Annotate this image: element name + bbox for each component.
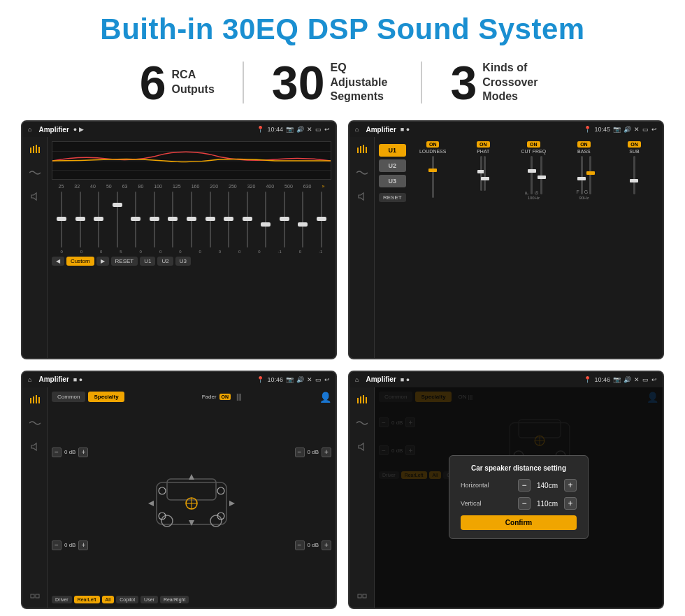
loudness-on[interactable]: ON [426, 141, 440, 148]
left-toolbar-1 [22, 137, 48, 358]
speaker-icon-4[interactable] [354, 439, 370, 454]
db-plus-2[interactable]: + [78, 540, 88, 550]
eq-slider-7[interactable] [164, 192, 182, 248]
eq-slider-6[interactable] [146, 192, 164, 248]
cutfreq-slider-1[interactable] [531, 156, 533, 194]
db-row-1: − 0 dB + [52, 447, 88, 457]
copilot-btn-3[interactable]: Copilot [116, 596, 138, 603]
fader-label-3: Fader [202, 394, 217, 400]
dialog-title: Car speaker distance setting [461, 464, 577, 472]
eq-slider-2[interactable] [72, 192, 89, 248]
eq-slider-11[interactable] [238, 192, 256, 248]
sub-slider[interactable] [633, 156, 635, 194]
more-icon[interactable]: » [322, 184, 324, 189]
eq-slider-12[interactable] [257, 192, 275, 248]
horizontal-minus[interactable]: − [518, 479, 531, 492]
u3-btn[interactable]: U3 [379, 175, 406, 187]
status-bar-3: ⌂ Amplifier ■ ● 📍 10:46 📷 🔊 ✕ ▭ ↩ [22, 372, 336, 387]
screen2-content: U1 U2 U3 RESET ON LOUDNESS [349, 137, 663, 358]
back-icon-2[interactable]: ↩ [651, 126, 657, 133]
horizontal-plus[interactable]: + [564, 479, 577, 492]
eq-icon-3[interactable] [27, 392, 43, 407]
phat-on[interactable]: ON [477, 141, 490, 148]
horizontal-row: Horizontal − 140cm + [461, 479, 577, 492]
bass-slider-1[interactable] [581, 156, 583, 194]
u2-btn[interactable]: U2 [379, 159, 406, 172]
eq-slider-1[interactable] [53, 192, 71, 248]
eq-slider-3[interactable] [90, 192, 108, 248]
eq-icon-4[interactable] [354, 392, 370, 407]
db-minus-2[interactable]: − [52, 540, 62, 550]
db-minus-3[interactable]: − [295, 447, 305, 457]
common-tab-3[interactable]: Common [52, 392, 85, 402]
eq-slider-9[interactable] [201, 192, 219, 248]
custom-btn[interactable]: Custom [66, 257, 94, 266]
eq-slider-8[interactable] [183, 192, 201, 248]
eq-bottom-bar: ◀ Custom ▶ RESET U1 U2 U3 [52, 257, 331, 266]
back-icon-4[interactable]: ↩ [651, 376, 657, 383]
svg-marker-12 [359, 193, 363, 200]
speaker-icon-1[interactable] [27, 189, 43, 204]
specialty-tab-3[interactable]: Specialty [88, 392, 124, 402]
spec3-body: − 0 dB + − 0 dB + [52, 407, 331, 594]
confirm-button[interactable]: Confirm [461, 515, 577, 530]
prev-btn[interactable]: ◀ [52, 257, 64, 266]
db-plus-1[interactable]: + [78, 447, 88, 457]
grid-icon-4[interactable] [354, 588, 370, 603]
phat-slider-1[interactable] [480, 156, 482, 191]
vertical-minus[interactable]: − [518, 497, 531, 510]
eq-icon-1[interactable] [27, 141, 43, 157]
db-minus-4[interactable]: − [295, 540, 305, 550]
wave-icon-2[interactable] [354, 165, 370, 180]
home-icon-3[interactable]: ⌂ [28, 376, 31, 383]
bass-on[interactable]: ON [577, 141, 591, 148]
grid-icon-3[interactable] [27, 588, 43, 603]
user-btn-3[interactable]: User [140, 596, 158, 603]
time-4: 10:46 [594, 376, 610, 383]
db-minus-1[interactable]: − [52, 447, 62, 457]
wave-icon-3[interactable] [27, 415, 43, 431]
eq-slider-15[interactable] [312, 192, 330, 248]
reset-btn-1[interactable]: RESET [111, 257, 138, 266]
reset-btn-2[interactable]: RESET [379, 193, 406, 202]
eq-slider-13[interactable] [275, 192, 293, 248]
u1-btn[interactable]: U1 [379, 144, 406, 157]
back-icon-1[interactable]: ↩ [324, 126, 330, 133]
fader-on-3[interactable]: ON [219, 394, 231, 400]
phat-slider-2[interactable] [484, 156, 486, 191]
cutfreq-on[interactable]: ON [527, 141, 540, 148]
db-plus-3[interactable]: + [322, 447, 331, 457]
db-row-3: − 0 dB + [295, 447, 331, 457]
eq-slider-4[interactable] [109, 192, 127, 248]
cutfreq-slider-2[interactable] [540, 156, 542, 194]
u1-btn-1[interactable]: U1 [140, 257, 155, 266]
user-icon-3[interactable]: 👤 [319, 392, 331, 403]
eq-slider-5[interactable] [127, 192, 145, 248]
speaker-icon-3[interactable] [27, 439, 43, 454]
eq-slider-10[interactable] [220, 192, 238, 248]
home-icon-2[interactable]: ⌂ [355, 126, 359, 133]
all-btn-3[interactable]: All [102, 596, 115, 603]
u3-btn-1[interactable]: U3 [175, 257, 191, 266]
wave-icon-4[interactable] [354, 415, 370, 431]
home-icon-4[interactable]: ⌂ [355, 376, 359, 383]
sub-on[interactable]: ON [628, 141, 641, 148]
svg-rect-11 [366, 147, 367, 153]
eq-values: 00050000000-10-1 [52, 250, 331, 254]
home-icon-1[interactable]: ⌂ [28, 126, 31, 133]
driver-btn-3[interactable]: Driver [52, 596, 72, 603]
u2-btn-1[interactable]: U2 [157, 257, 173, 266]
wave-icon-1[interactable] [27, 165, 43, 180]
bass-slider-2[interactable] [589, 156, 591, 194]
rearright-btn-3[interactable]: RearRight [160, 596, 189, 603]
vertical-plus[interactable]: + [564, 497, 577, 510]
speaker-icon-2[interactable] [354, 189, 370, 204]
play-btn[interactable]: ▶ [96, 257, 109, 266]
loudness-slider[interactable] [432, 156, 434, 198]
db-plus-4[interactable]: + [322, 540, 331, 550]
rearleft-btn-3[interactable]: RearLeft [74, 596, 100, 603]
eq-icon-2[interactable] [354, 141, 370, 157]
screen1-title: Amplifier [38, 126, 68, 134]
back-icon-3[interactable]: ↩ [324, 376, 330, 383]
eq-slider-14[interactable] [294, 192, 312, 248]
